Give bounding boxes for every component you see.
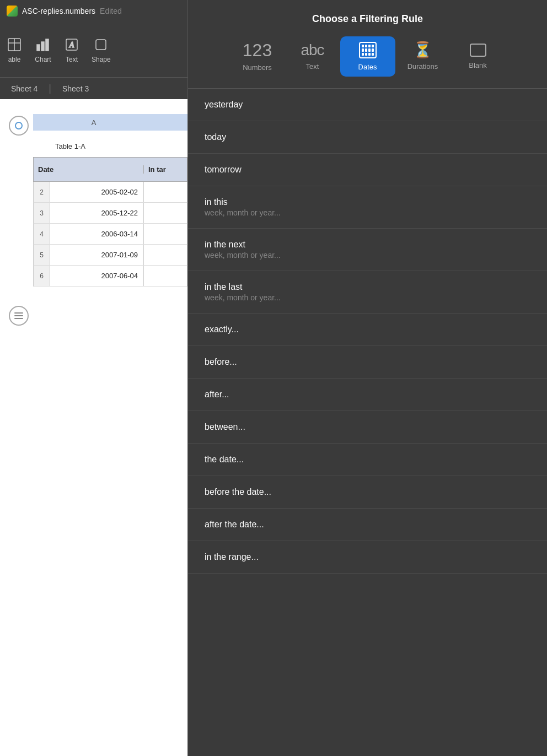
col-header-intar: In tar [144, 165, 187, 174]
row-date-value: 2005-12-22 [50, 203, 144, 223]
row-date-value: 2007-06-04 [50, 266, 144, 286]
toolbar: able Chart A Text Shape [0, 22, 187, 77]
sheet-tab-4[interactable]: Sheet 4 [0, 80, 49, 98]
filter-item-main: before the date... [205, 487, 530, 497]
filter-item-main: in the range... [205, 552, 530, 562]
toolbar-item-shape[interactable]: Shape [92, 36, 111, 63]
row-val [144, 224, 187, 244]
filter-item-exactly[interactable]: exactly... [188, 314, 547, 346]
row-selector-top[interactable] [9, 116, 29, 136]
shape-icon [92, 36, 110, 53]
toolbar-item-chart[interactable]: Chart [34, 36, 52, 63]
col-header-date: Date [34, 165, 144, 174]
edit-status: Edited [100, 7, 122, 15]
filter-tab-numbers[interactable]: 123 Numbers [230, 36, 285, 77]
blank-icon [470, 44, 486, 57]
filter-item-sub: week, month or year... [205, 208, 530, 217]
row-number: 5 [34, 245, 50, 265]
table-header: Date In tar [33, 157, 187, 182]
table-row: 6 2007-06-04 [33, 266, 187, 287]
filter-item-main: before... [205, 357, 530, 367]
filter-item-sub: week, month or year... [205, 293, 530, 302]
sheet-tab-3[interactable]: Sheet 3 [51, 80, 100, 98]
table-row: 3 2005-12-22 [33, 203, 187, 224]
filter-item-main: after... [205, 390, 530, 399]
svg-rect-8 [96, 40, 106, 50]
filter-item-between[interactable]: between... [188, 411, 547, 444]
chart-icon [34, 36, 52, 53]
filter-tab-blank[interactable]: Blank [451, 38, 506, 75]
filter-item-sub: week, month or year... [205, 251, 530, 260]
toolbar-item-table[interactable]: able [6, 36, 23, 63]
row-val [144, 182, 187, 202]
filter-item-after-the-date[interactable]: after the date... [188, 509, 547, 541]
app-icon [7, 6, 18, 17]
row-selector-bottom[interactable] [9, 306, 29, 326]
text-toolbar-icon: A [63, 36, 81, 53]
row-date-value: 2006-03-14 [50, 224, 144, 244]
circle-inner [15, 122, 23, 129]
filter-item-in-this[interactable]: in this week, month or year... [188, 186, 547, 229]
filter-item-main: between... [205, 422, 530, 432]
filter-tab-text[interactable]: abc Text [285, 37, 340, 76]
row-number: 6 [34, 266, 50, 286]
filter-tab-durations[interactable]: ⏳ Durations [395, 37, 451, 76]
filter-item-yesterday[interactable]: yesterday [188, 89, 547, 121]
filter-item-before-the-date[interactable]: before the date... [188, 476, 547, 509]
row-number: 3 [34, 203, 50, 223]
svg-text:A: A [69, 41, 74, 49]
row-number: 2 [34, 182, 50, 202]
table-row: 2 2005-02-02 [33, 182, 187, 203]
filter-item-in-the-last[interactable]: in the last week, month or year... [188, 271, 547, 314]
filter-item-tomorrow[interactable]: tomorrow [188, 154, 547, 186]
filter-item-in-the-range[interactable]: in the range... [188, 541, 547, 574]
filter-tabs: 123 Numbers abc Text Dates ⏳ Durations [188, 36, 547, 88]
filter-tab-durations-label: Durations [407, 62, 438, 71]
toolbar-item-text[interactable]: A Text [63, 36, 81, 63]
row-number: 4 [34, 224, 50, 244]
filter-item-main: in this [205, 197, 530, 207]
filter-item-after[interactable]: after... [188, 379, 547, 411]
row-val [144, 245, 187, 265]
table-name: Table 1-A [55, 142, 85, 150]
filter-item-main: in the next [205, 240, 530, 250]
filter-item-main: exactly... [205, 325, 530, 334]
toolbar-label-table: able [8, 56, 21, 63]
calendar-icon [359, 42, 377, 58]
filter-item-before[interactable]: before... [188, 346, 547, 379]
filter-tab-dates[interactable]: Dates [340, 36, 395, 77]
filename: ASC-replies.numbers [22, 7, 95, 15]
hourglass-icon: ⏳ [413, 42, 432, 58]
svg-rect-4 [41, 42, 44, 51]
col-header-a: A [33, 118, 154, 127]
equals-icon [14, 312, 23, 319]
table-icon [6, 36, 23, 53]
text-abc-icon: abc [301, 42, 324, 58]
panel-title: Choose a Filtering Rule [188, 0, 547, 36]
filter-item-main: after the date... [205, 520, 530, 530]
filter-item-the-date[interactable]: the date... [188, 444, 547, 476]
toolbar-label-shape: Shape [92, 56, 111, 63]
filter-item-main: today [205, 132, 530, 142]
row-val [144, 203, 187, 223]
table-row: 5 2007-01-09 [33, 245, 187, 266]
svg-rect-3 [37, 45, 40, 51]
row-date-value: 2005-02-02 [50, 182, 144, 202]
filter-tab-blank-label: Blank [469, 61, 487, 69]
filter-item-in-the-next[interactable]: in the next week, month or year... [188, 229, 547, 271]
filter-item-main: yesterday [205, 100, 530, 110]
sheets-tabs: Sheet 4 | Sheet 3 [0, 77, 187, 99]
filter-item-main: the date... [205, 455, 530, 465]
filter-item-main: in the last [205, 282, 530, 292]
table-row: 4 2006-03-14 [33, 224, 187, 245]
svg-rect-5 [46, 39, 49, 51]
col-header-row: A [33, 114, 187, 131]
toolbar-label-chart: Chart [35, 56, 51, 63]
filter-item-today[interactable]: today [188, 121, 547, 154]
filter-panel: Choose a Filtering Rule 123 Numbers abc … [187, 0, 547, 756]
filter-tab-dates-label: Dates [358, 63, 377, 71]
row-val [144, 266, 187, 286]
toolbar-label-text: Text [66, 56, 78, 63]
row-date-value: 2007-01-09 [50, 245, 144, 265]
table-rows: 2 2005-02-02 3 2005-12-22 4 2006-03-14 5… [33, 182, 187, 287]
